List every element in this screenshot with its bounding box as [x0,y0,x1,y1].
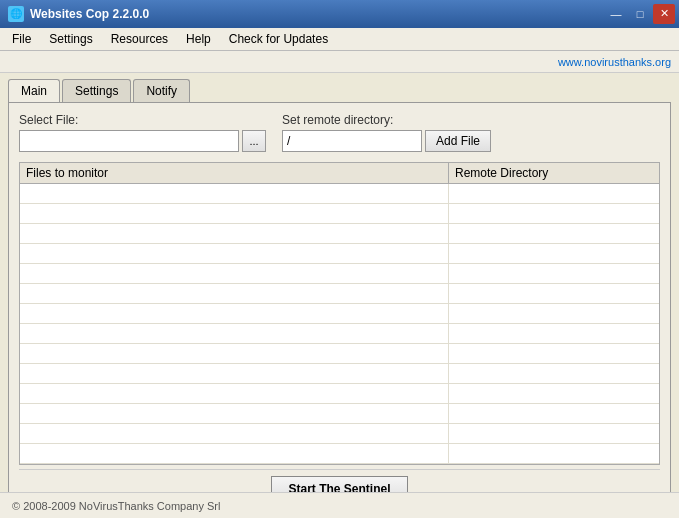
browse-button[interactable]: ... [242,130,266,152]
col-files-header: Files to monitor [20,163,449,183]
remote-dir-inline: Add File [282,130,491,152]
title-bar-controls: — □ ✕ [605,4,675,24]
title-bar-left: 🌐 Websites Cop 2.2.0.0 [8,6,149,22]
table-row [20,324,659,344]
tabs-bar: Main Settings Notify [0,73,679,102]
menu-settings[interactable]: Settings [41,30,100,48]
select-file-inline: ... [19,130,266,152]
table-row [20,364,659,384]
maximize-button[interactable]: □ [629,4,651,24]
remote-dir-input[interactable] [282,130,422,152]
table-row [20,284,659,304]
link-bar: www.novirusthanks.org [0,51,679,73]
table-row [20,204,659,224]
table-row [20,224,659,244]
table-row [20,264,659,284]
table-row [20,384,659,404]
table-row [20,244,659,264]
close-button[interactable]: ✕ [653,4,675,24]
table-row [20,304,659,324]
form-row: Select File: ... Set remote directory: A… [19,113,660,152]
menu-check-updates[interactable]: Check for Updates [221,30,336,48]
tab-notify[interactable]: Notify [133,79,190,102]
files-table: Files to monitor Remote Directory [19,162,660,465]
tab-main[interactable]: Main [8,79,60,102]
app-window: 🌐 Websites Cop 2.2.0.0 — □ ✕ File Settin… [0,0,679,518]
minimize-button[interactable]: — [605,4,627,24]
table-row [20,444,659,464]
app-icon: 🌐 [8,6,24,22]
select-file-label: Select File: [19,113,266,127]
tab-settings[interactable]: Settings [62,79,131,102]
copyright-text: © 2008-2009 NoVirusThanks Company Srl [12,500,220,512]
website-link[interactable]: www.novirusthanks.org [558,56,671,68]
col-remote-header: Remote Directory [449,163,659,183]
table-row [20,424,659,444]
table-row [20,344,659,364]
menu-resources[interactable]: Resources [103,30,176,48]
menu-help[interactable]: Help [178,30,219,48]
main-tab-panel: Select File: ... Set remote directory: A… [8,102,671,518]
table-body [20,184,659,464]
select-file-input[interactable] [19,130,239,152]
title-bar: 🌐 Websites Cop 2.2.0.0 — □ ✕ [0,0,679,28]
select-file-group: Select File: ... [19,113,266,152]
table-row [20,184,659,204]
remote-dir-label: Set remote directory: [282,113,491,127]
table-row [20,404,659,424]
menu-file[interactable]: File [4,30,39,48]
add-file-button[interactable]: Add File [425,130,491,152]
footer: © 2008-2009 NoVirusThanks Company Srl [0,492,679,518]
remote-dir-group: Set remote directory: Add File [282,113,491,152]
menu-bar: File Settings Resources Help Check for U… [0,28,679,52]
app-title: Websites Cop 2.2.0.0 [30,7,149,21]
table-header: Files to monitor Remote Directory [20,163,659,184]
